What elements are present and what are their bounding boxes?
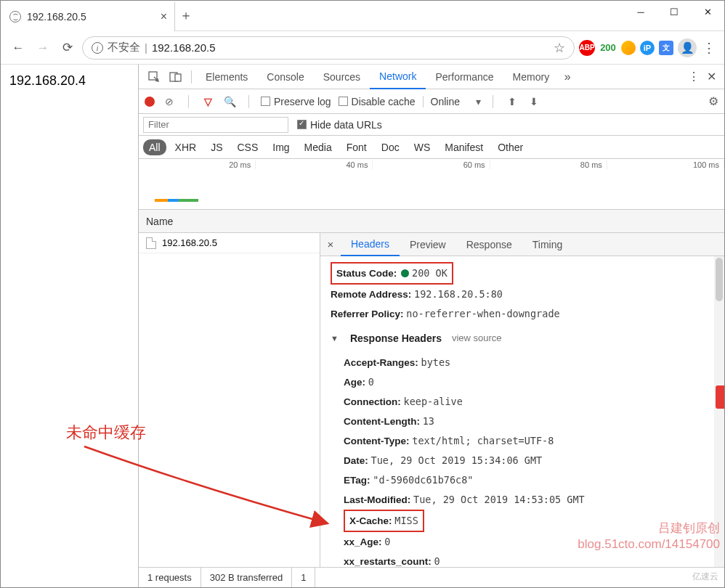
request-list: 192.168.20.5 (139, 233, 320, 587)
close-window-button[interactable]: ✕ (691, 1, 724, 23)
status-requests: 1 requests (139, 568, 201, 587)
type-pill-ws[interactable]: WS (408, 139, 437, 155)
annotation-label: 未命中缓存 (66, 422, 146, 444)
type-pill-css[interactable]: CSS (231, 139, 264, 155)
type-pill-font[interactable]: Font (341, 139, 373, 155)
network-status-bar: 1 requests 302 B transferred 1 (139, 567, 724, 587)
extension-count[interactable]: 200 (599, 39, 617, 57)
tab-elements[interactable]: Elements (196, 65, 257, 89)
detail-tab-preview[interactable]: Preview (400, 233, 456, 256)
chevron-down-icon: ▼ (331, 330, 339, 346)
detail-tab-headers[interactable]: Headers (341, 233, 400, 256)
more-tabs-icon[interactable]: » (559, 70, 576, 83)
request-row[interactable]: 192.168.20.5 (139, 233, 320, 253)
type-pill-xhr[interactable]: XHR (169, 139, 203, 155)
close-tab-icon[interactable]: × (161, 10, 167, 23)
minimize-button[interactable]: ─ (624, 1, 657, 23)
inspect-icon[interactable] (143, 66, 165, 88)
info-icon[interactable]: i (92, 42, 103, 54)
tab-network[interactable]: Network (370, 65, 426, 89)
url-box[interactable]: i 不安全 | 192.168.20.5 ☆ (82, 36, 575, 60)
tab-console[interactable]: Console (257, 65, 313, 89)
bookmark-icon[interactable]: ☆ (554, 40, 565, 56)
page-body-text: 192.168.20.4 (9, 73, 86, 88)
adblock-icon[interactable]: ABP (579, 40, 595, 56)
type-pill-media[interactable]: Media (299, 139, 338, 155)
page-content: 192.168.20.4 (1, 65, 139, 587)
close-detail-icon[interactable]: × (320, 238, 341, 250)
devtools-panel: Elements Console Sources Network Perform… (139, 65, 724, 587)
maximize-button[interactable]: ☐ (657, 1, 691, 23)
extension-ip-icon[interactable]: iP (640, 41, 655, 55)
browser-tab[interactable]: 192.168.20.5 × (1, 2, 175, 31)
profile-avatar[interactable]: 👤 (678, 38, 697, 57)
translate-icon[interactable]: 文 (659, 41, 673, 55)
detail-tab-timing[interactable]: Timing (522, 233, 573, 256)
devtools-close-icon[interactable]: ✕ (702, 70, 720, 83)
status-transferred: 302 B transferred (201, 568, 292, 587)
window-titlebar: 192.168.20.5 × ＋ ─ ☐ ✕ (1, 1, 724, 31)
hide-data-urls-checkbox[interactable]: Hide data URLs (297, 119, 382, 131)
device-toggle-icon[interactable] (165, 66, 187, 88)
url-text: 192.168.20.5 (152, 41, 549, 54)
side-marker (716, 385, 724, 409)
col-name: Name (146, 216, 173, 227)
address-bar: ← → ⟳ i 不安全 | 192.168.20.5 ☆ ABP 200 iP … (1, 31, 724, 65)
extension-icon-3[interactable] (621, 41, 636, 55)
request-name: 192.168.20.5 (162, 237, 217, 248)
watermark-logo: 亿速云 (692, 571, 718, 583)
security-warning: 不安全 (108, 41, 140, 54)
filter-icon[interactable]: ▽ (201, 96, 215, 107)
type-pill-all[interactable]: All (143, 139, 166, 155)
devtools-menu-icon[interactable]: ⋮ (685, 70, 702, 83)
type-pill-img[interactable]: Img (267, 139, 295, 155)
search-icon[interactable]: 🔍 (222, 96, 237, 107)
network-timeline[interactable]: 20 ms 40 ms 60 ms 80 ms 100 ms (139, 159, 724, 210)
download-icon[interactable]: ⬇ (527, 96, 541, 107)
tab-performance[interactable]: Performance (426, 65, 503, 89)
type-pill-js[interactable]: JS (205, 139, 228, 155)
type-pill-manifest[interactable]: Manifest (439, 139, 489, 155)
type-pill-other[interactable]: Other (492, 139, 529, 155)
new-tab-button[interactable]: ＋ (175, 1, 197, 30)
type-filter-row: All XHR JS CSS Img Media Font Doc WS Man… (139, 136, 724, 159)
settings-gear-icon[interactable]: ⚙ (708, 94, 718, 108)
throttle-select[interactable]: Online▾ (423, 96, 481, 107)
svg-rect-2 (175, 74, 181, 81)
forward-button: → (33, 38, 53, 58)
view-source-link[interactable]: view source (452, 329, 502, 348)
document-icon (146, 237, 156, 249)
back-button[interactable]: ← (8, 38, 28, 58)
tab-title: 192.168.20.5 (27, 11, 156, 23)
preserve-log-checkbox[interactable]: Preserve log (261, 96, 331, 107)
upload-icon[interactable]: ⬆ (505, 96, 519, 107)
type-pill-doc[interactable]: Doc (376, 139, 405, 155)
status-more: 1 (292, 568, 315, 587)
filter-input[interactable] (143, 117, 288, 133)
detail-tab-response[interactable]: Response (456, 233, 522, 256)
response-headers-section[interactable]: ▼Response Headersview source (331, 328, 714, 348)
disable-cache-checkbox[interactable]: Disable cache (339, 96, 416, 107)
reload-button[interactable]: ⟳ (57, 38, 78, 58)
request-table-header: Name (139, 210, 724, 233)
timeline-bar (155, 199, 198, 202)
chrome-menu-icon[interactable]: ⋮ (701, 40, 717, 56)
clear-icon[interactable]: ⊘ (162, 96, 177, 107)
status-dot-icon (401, 269, 409, 277)
globe-icon (9, 11, 21, 23)
tab-sources[interactable]: Sources (314, 65, 370, 89)
tab-memory[interactable]: Memory (503, 65, 559, 89)
record-button[interactable] (145, 97, 155, 107)
watermark-text: 吕建钊原创 blog.51cto.com/14154700 (578, 520, 720, 552)
